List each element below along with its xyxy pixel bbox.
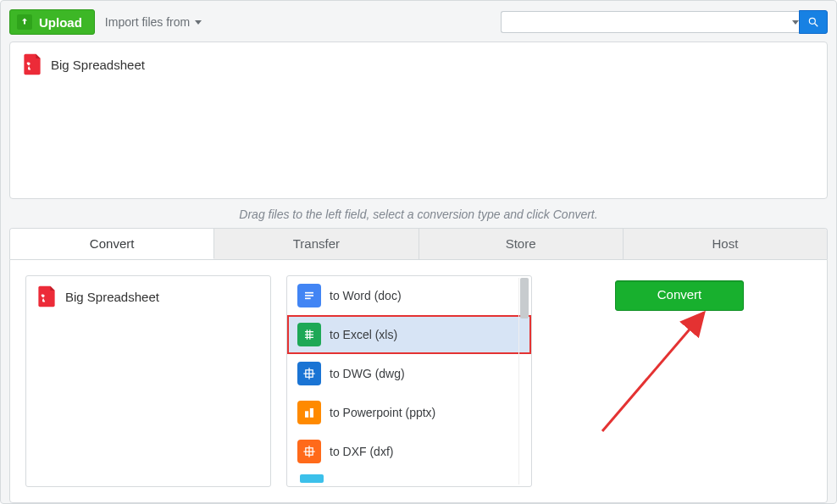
format-label: to Word (doc) bbox=[330, 289, 402, 302]
search-icon bbox=[807, 16, 819, 28]
format-option-dwg[interactable]: to DWG (dwg) bbox=[287, 354, 531, 393]
format-option-excel[interactable]: to Excel (xls) bbox=[287, 315, 531, 354]
svg-rect-3 bbox=[305, 292, 313, 294]
dropped-file-name: Big Spreadsheet bbox=[51, 58, 145, 72]
tab-transfer[interactable]: Transfer bbox=[214, 229, 418, 259]
search-button[interactable] bbox=[799, 10, 828, 34]
tab-store[interactable]: Store bbox=[419, 229, 624, 259]
svg-rect-16 bbox=[303, 407, 316, 419]
svg-rect-5 bbox=[305, 298, 311, 300]
svg-rect-4 bbox=[305, 295, 313, 296]
selected-files-panel: Big Spreadsheet bbox=[25, 275, 271, 487]
pdf-icon bbox=[35, 285, 58, 308]
format-list: to Word (doc) to Excel (xls) to DWG (dwg… bbox=[287, 276, 531, 486]
tab-bar: Convert Transfer Store Host bbox=[9, 228, 828, 259]
format-scrollbar[interactable] bbox=[518, 278, 529, 485]
more-format-icon bbox=[300, 474, 324, 483]
tab-host[interactable]: Host bbox=[624, 229, 827, 259]
format-option-more[interactable] bbox=[287, 471, 531, 485]
import-files-dropdown[interactable]: Import files from bbox=[100, 12, 207, 32]
chevron-down-icon bbox=[195, 20, 202, 25]
svg-line-1 bbox=[815, 24, 818, 27]
format-label: to DXF (dxf) bbox=[330, 445, 393, 458]
import-files-label: Import files from bbox=[105, 15, 190, 29]
tab-convert[interactable]: Convert bbox=[10, 229, 214, 259]
upload-icon bbox=[17, 14, 32, 30]
upload-button[interactable]: Upload bbox=[9, 9, 95, 35]
dwg-icon bbox=[297, 362, 321, 385]
selected-file-name: Big Spreadsheet bbox=[65, 290, 159, 304]
format-option-word[interactable]: to Word (doc) bbox=[287, 276, 531, 315]
hint-text: Drag files to the left field, select a c… bbox=[9, 208, 828, 221]
upload-label: Upload bbox=[39, 15, 82, 30]
selected-file[interactable]: Big Spreadsheet bbox=[35, 285, 159, 308]
format-label: to DWG (dwg) bbox=[330, 367, 405, 380]
dxf-icon bbox=[297, 440, 321, 463]
tab-panel-convert: Big Spreadsheet to Word (doc) to Excel (… bbox=[9, 259, 828, 503]
svg-point-0 bbox=[809, 18, 815, 24]
pdf-icon bbox=[20, 53, 44, 76]
svg-rect-17 bbox=[305, 411, 308, 418]
word-doc-icon bbox=[297, 284, 321, 307]
powerpoint-icon bbox=[297, 401, 321, 424]
format-label: to Excel (xls) bbox=[330, 328, 397, 341]
format-option-dxf[interactable]: to DXF (dxf) bbox=[287, 432, 531, 471]
excel-icon bbox=[297, 323, 321, 346]
convert-button[interactable]: Convert bbox=[615, 280, 744, 311]
action-panel: Convert bbox=[547, 275, 812, 487]
search-input[interactable] bbox=[501, 11, 806, 33]
top-toolbar: Upload Import files from bbox=[9, 9, 828, 35]
dropped-file[interactable]: Big Spreadsheet bbox=[20, 53, 145, 76]
format-list-panel: to Word (doc) to Excel (xls) to DWG (dwg… bbox=[286, 275, 532, 487]
svg-rect-18 bbox=[310, 408, 313, 418]
scroll-thumb[interactable] bbox=[520, 278, 529, 318]
file-drop-zone[interactable]: Big Spreadsheet bbox=[9, 42, 828, 199]
format-option-ppt[interactable]: to Powerpoint (pptx) bbox=[287, 393, 531, 432]
app-window: Upload Import files from Big Spreadsheet… bbox=[0, 0, 837, 504]
search-group bbox=[501, 10, 828, 34]
format-label: to Powerpoint (pptx) bbox=[330, 406, 435, 419]
